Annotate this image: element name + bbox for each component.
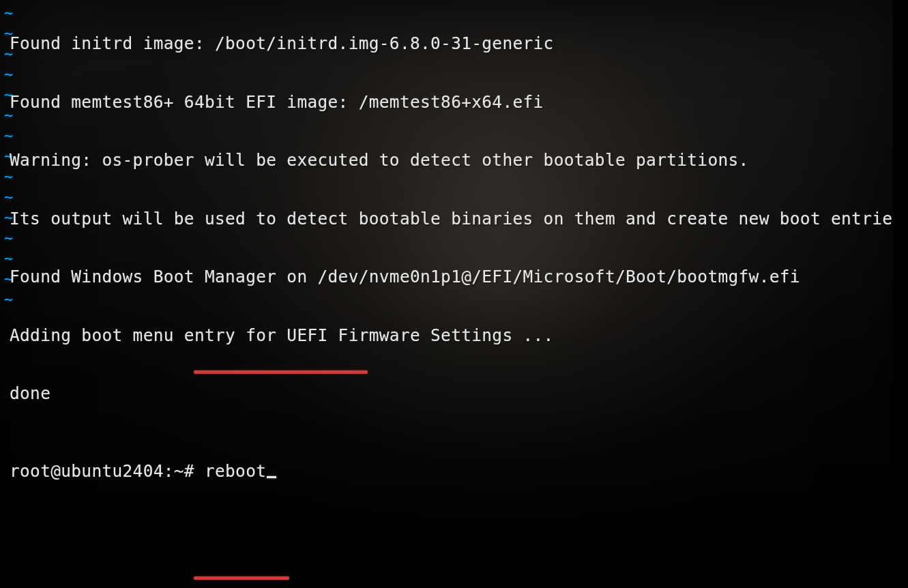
text-cursor (267, 476, 276, 478)
output-line: Warning: os-prober will be executed to d… (10, 151, 901, 171)
screen-bezel-bottom (0, 584, 908, 588)
output-line: done (10, 384, 901, 404)
output-line: Found memtest86+ 64bit EFI image: /memte… (10, 93, 901, 113)
terminal-screen[interactable]: ~~~~~~~~~~~~~~~ "/etc/default/grub" 40L,… (0, 0, 908, 588)
terminal-output-region[interactable]: "/etc/default/grub" 40L, 1560B written r… (10, 0, 901, 578)
shell-prompt: root@ubuntu2404:~# (10, 461, 205, 481)
annotation-underline-1 (194, 370, 368, 374)
output-line: Found initrd image: /boot/initrd.img-6.8… (10, 34, 901, 54)
shell-command: reboot (205, 461, 266, 481)
annotation-underline-2 (194, 576, 289, 580)
output-line: Its output will be used to detect bootab… (10, 209, 901, 229)
screen-bezel-right (893, 0, 908, 588)
prompt-line-2[interactable]: root@ubuntu2404:~# reboot (10, 462, 901, 482)
output-line: Found Windows Boot Manager on /dev/nvme0… (10, 267, 901, 287)
output-line: Adding boot menu entry for UEFI Firmware… (10, 326, 901, 346)
